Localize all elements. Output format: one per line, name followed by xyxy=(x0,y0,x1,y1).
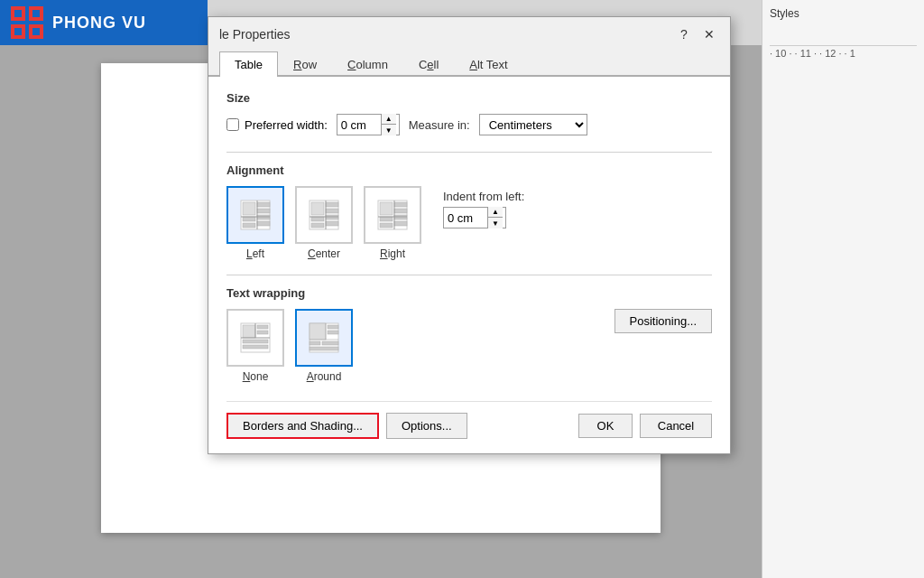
brand-name: PHONG VU xyxy=(52,14,146,33)
styles-panel: Styles · 10 · · 11 · · 12 · · 1 xyxy=(762,0,924,578)
wrap-none-icon xyxy=(237,320,273,356)
indent-input[interactable] xyxy=(444,211,487,225)
svg-rect-19 xyxy=(311,202,324,215)
borders-shading-button[interactable]: Borders and Shading... xyxy=(226,413,379,439)
wrapping-row: None xyxy=(226,309,712,383)
svg-rect-31 xyxy=(380,223,393,228)
svg-rect-43 xyxy=(243,345,268,349)
align-center-option[interactable]: Center xyxy=(295,186,353,260)
preferred-width-text: Preferred width: xyxy=(245,118,328,132)
align-left-button[interactable] xyxy=(226,186,284,244)
spinbox-down-button[interactable]: ▼ xyxy=(382,125,396,135)
size-label: Size xyxy=(226,91,712,105)
svg-rect-4 xyxy=(14,10,22,17)
preferred-width-checkbox[interactable] xyxy=(226,118,239,131)
svg-rect-42 xyxy=(243,340,268,343)
close-button[interactable]: ✕ xyxy=(699,24,719,44)
bottom-row: Borders and Shading... Options... OK Can… xyxy=(226,401,712,439)
svg-rect-35 xyxy=(394,221,407,226)
dialog-controls: ? ✕ xyxy=(674,24,719,44)
help-button[interactable]: ? xyxy=(674,24,694,44)
tab-cell[interactable]: Cell xyxy=(403,51,454,77)
dialog-titlebar: le Properties ? ✕ xyxy=(208,17,730,51)
svg-rect-12 xyxy=(257,202,270,207)
svg-rect-39 xyxy=(243,325,255,338)
svg-rect-33 xyxy=(394,209,407,213)
svg-rect-29 xyxy=(380,202,393,215)
styles-panel-title: Styles xyxy=(770,7,799,20)
align-left-option[interactable]: Left xyxy=(226,186,284,260)
align-right-icon xyxy=(374,197,411,233)
positioning-btn-container: Positioning... xyxy=(614,309,712,351)
svg-rect-15 xyxy=(257,221,270,226)
indent-spinbox-arrows: ▲ ▼ xyxy=(487,207,503,228)
align-right-button[interactable] xyxy=(364,186,421,244)
tab-row[interactable]: Row xyxy=(278,51,332,77)
indent-section: Indent from left: ▲ ▼ xyxy=(443,186,524,228)
tab-bar: Table Row Column Cell Alt Text xyxy=(208,51,730,77)
spinbox-up-button[interactable]: ▲ xyxy=(382,114,396,125)
options-button[interactable]: Options... xyxy=(386,413,467,439)
svg-rect-47 xyxy=(310,323,326,340)
size-section: Size Preferred width: ▲ ▼ Measure in: Ce… xyxy=(226,91,712,135)
left-buttons: Borders and Shading... Options... xyxy=(226,413,467,439)
svg-rect-6 xyxy=(14,28,22,35)
tab-alt-text[interactable]: Alt Text xyxy=(454,51,522,77)
cancel-button[interactable]: Cancel xyxy=(640,414,712,438)
wrapping-options: None xyxy=(226,309,353,383)
text-wrapping-label: Text wrapping xyxy=(226,286,712,300)
wrap-around-label: Around xyxy=(307,370,342,383)
align-right-option[interactable]: Right xyxy=(364,186,421,260)
preferred-width-spinbox[interactable]: ▲ ▼ xyxy=(337,114,400,135)
svg-rect-10 xyxy=(243,217,255,221)
svg-rect-48 xyxy=(328,325,338,329)
dialog-body: Size Preferred width: ▲ ▼ Measure in: Ce… xyxy=(208,77,730,453)
wrap-none-button[interactable] xyxy=(226,309,284,367)
size-row: Preferred width: ▲ ▼ Measure in: Centime… xyxy=(226,114,712,135)
dialog-title: le Properties xyxy=(219,27,291,42)
svg-rect-11 xyxy=(243,223,255,228)
align-left-icon xyxy=(237,197,273,233)
preferred-width-checkbox-label[interactable]: Preferred width: xyxy=(226,118,328,132)
indent-spinbox-down[interactable]: ▼ xyxy=(488,218,503,228)
preferred-width-input[interactable] xyxy=(337,118,381,132)
positioning-button[interactable]: Positioning... xyxy=(614,309,712,333)
svg-rect-5 xyxy=(32,10,40,17)
phong-vu-logo-icon xyxy=(11,6,43,39)
svg-rect-21 xyxy=(311,223,324,228)
measure-in-select[interactable]: Centimeters Inches Percent xyxy=(479,114,587,135)
align-center-icon xyxy=(306,197,342,233)
svg-rect-9 xyxy=(243,202,255,215)
svg-rect-23 xyxy=(326,209,338,213)
alignment-label: Alignment xyxy=(226,163,712,177)
ruler: · 10 · · 11 · · 12 · · 1 xyxy=(770,45,917,59)
align-center-button[interactable] xyxy=(295,186,353,244)
alignment-section: Alignment xyxy=(226,163,712,260)
tab-table[interactable]: Table xyxy=(219,51,278,77)
svg-rect-50 xyxy=(310,341,320,345)
svg-rect-25 xyxy=(326,221,338,226)
ok-button[interactable]: OK xyxy=(578,414,633,438)
wrap-around-icon xyxy=(306,320,342,356)
tab-column[interactable]: Column xyxy=(332,51,403,77)
svg-rect-32 xyxy=(394,202,407,207)
wrap-around-option[interactable]: Around xyxy=(295,309,353,383)
indent-label: Indent from left: xyxy=(443,190,524,203)
measure-in-label: Measure in: xyxy=(409,118,470,132)
wrap-none-label: None xyxy=(243,370,269,383)
wrap-around-button[interactable] xyxy=(295,309,353,367)
svg-rect-52 xyxy=(310,347,338,350)
align-right-label: Right xyxy=(380,247,405,260)
svg-rect-30 xyxy=(380,217,393,221)
table-properties-dialog: le Properties ? ✕ Table Row Column Cell … xyxy=(208,16,731,454)
indent-spinbox[interactable]: ▲ ▼ xyxy=(443,207,506,228)
align-center-label: Center xyxy=(308,247,340,260)
svg-rect-51 xyxy=(322,341,338,345)
indent-spinbox-up[interactable]: ▲ xyxy=(488,207,503,218)
svg-rect-49 xyxy=(328,331,338,334)
svg-rect-41 xyxy=(257,331,268,334)
wrap-none-option[interactable]: None xyxy=(226,309,284,383)
svg-rect-7 xyxy=(32,28,40,35)
svg-rect-13 xyxy=(257,209,270,213)
svg-rect-20 xyxy=(311,217,324,221)
